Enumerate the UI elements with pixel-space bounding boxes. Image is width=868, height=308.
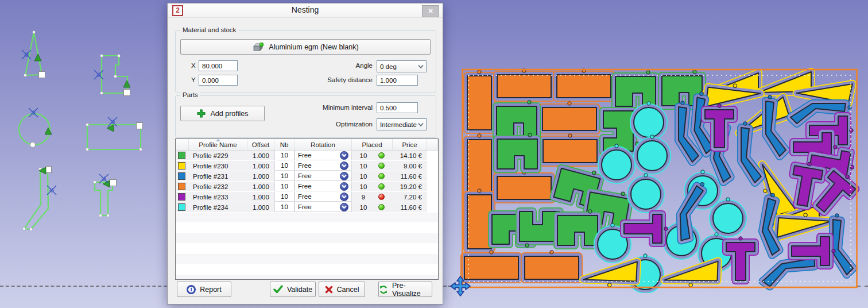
- rotation-dropdown-button[interactable]: [340, 151, 348, 160]
- step-profile[interactable]: [94, 55, 130, 96]
- profile-table-row[interactable]: Profile #2311.00010Free1011.60 €: [176, 171, 438, 182]
- nb-cell[interactable]: 10: [274, 182, 294, 191]
- profile-table-row[interactable]: Profile #2321.00010Free1019.20 €: [176, 182, 438, 192]
- optimization-select[interactable]: Intermediate: [377, 118, 427, 130]
- rotation-dropdown-button[interactable]: [340, 172, 348, 180]
- nested-part-orange[interactable]: [543, 134, 597, 163]
- nesting-canvas[interactable]: [456, 63, 864, 293]
- angle-select[interactable]: 0 deg: [377, 60, 427, 72]
- material-button[interactable]: Aluminium egm (New blank): [180, 39, 431, 55]
- rotation-cell[interactable]: Free: [294, 182, 352, 191]
- end-handle[interactable]: [39, 72, 45, 78]
- minimum-interval-field[interactable]: 0.500: [377, 102, 418, 113]
- profile-table-row[interactable]: Profile #2291.00010Free1014.10 €: [176, 151, 438, 161]
- nested-part-orange[interactable]: [464, 251, 518, 279]
- header-profile-name[interactable]: Profile Name: [189, 139, 247, 150]
- end-handle[interactable]: [110, 180, 117, 186]
- previsualize-button[interactable]: Pre-Visualize: [378, 282, 432, 297]
- triangle-profile[interactable]: [22, 31, 45, 78]
- profiles-canvas[interactable]: [0, 0, 166, 308]
- nested-part-green[interactable]: [497, 133, 537, 169]
- nested-part-orange[interactable]: [467, 134, 491, 194]
- nested-part-orange[interactable]: [542, 102, 596, 130]
- rotation-dropdown-button[interactable]: [340, 203, 348, 211]
- nb-cell[interactable]: 10: [274, 171, 294, 181]
- rotation-cell[interactable]: Free: [294, 171, 352, 181]
- profile-table-row[interactable]: Profile #2301.00010Free109.00 €: [176, 161, 438, 171]
- previsualize-label: Pre-Visualize: [392, 282, 432, 298]
- nesting-dialog: 2 Nesting ✕ Material and stock Aluminium…: [167, 3, 443, 305]
- rect-profile[interactable]: [86, 117, 143, 151]
- entry-point-dot: [681, 101, 684, 105]
- profile-table-row[interactable]: Profile #2331.00010Free97.20 €: [176, 192, 438, 202]
- header-placed[interactable]: Placed: [352, 139, 393, 150]
- nested-part-cyan[interactable]: [637, 135, 667, 171]
- nested-part-green[interactable]: [557, 210, 598, 245]
- entry-point-dot: [478, 70, 481, 74]
- nested-part-cyan[interactable]: [713, 198, 743, 233]
- rotation-dropdown-button[interactable]: [340, 192, 348, 201]
- nested-part-blue[interactable]: [760, 257, 824, 288]
- entry-point-dot: [478, 189, 481, 192]
- end-handle[interactable]: [124, 90, 130, 96]
- header-swatch[interactable]: [176, 139, 189, 150]
- move-cross-icon[interactable]: [449, 275, 472, 298]
- rotation-dropdown-button[interactable]: [340, 182, 348, 191]
- empty-table-row: [176, 223, 438, 233]
- nested-part-orange[interactable]: [467, 189, 491, 249]
- safety-distance-field[interactable]: 1.000: [377, 75, 418, 86]
- header-nb[interactable]: Nb: [274, 139, 294, 150]
- nested-part-orange[interactable]: [525, 251, 579, 279]
- start-handle[interactable]: [30, 143, 36, 148]
- entry-point-dot: [807, 162, 811, 166]
- y-field[interactable]: 0.000: [199, 75, 238, 86]
- cancel-button[interactable]: Cancel: [319, 282, 365, 297]
- nested-part-orange[interactable]: [557, 69, 611, 98]
- stick-profile[interactable]: [23, 167, 56, 231]
- nb-cell[interactable]: 10: [274, 202, 294, 212]
- dialog-titlebar[interactable]: 2 Nesting ✕: [168, 3, 443, 18]
- nb-cell[interactable]: 10: [274, 161, 294, 171]
- filler-cell: [427, 161, 438, 171]
- entry-point-dot: [715, 233, 718, 236]
- rotation-cell[interactable]: Free: [294, 161, 352, 171]
- direction-arrow-icon: [34, 54, 41, 61]
- table-header-row[interactable]: Profile Name Offset Nb Rotation Placed P…: [176, 139, 438, 151]
- header-price[interactable]: Price: [393, 139, 427, 150]
- t-profile[interactable]: [94, 174, 117, 217]
- rotation-cell[interactable]: Free: [294, 192, 352, 202]
- header-rotation[interactable]: Rotation: [294, 139, 352, 150]
- nested-part-blue[interactable]: [741, 122, 761, 183]
- rotation-dropdown-button[interactable]: [340, 161, 348, 170]
- nested-part-yellow[interactable]: [583, 259, 637, 288]
- circle-profile[interactable]: [19, 108, 52, 148]
- cross-icon: [325, 286, 333, 294]
- nb-cell[interactable]: 10: [274, 192, 294, 202]
- nested-part-green[interactable]: [615, 71, 656, 106]
- nested-part-orange[interactable]: [467, 70, 491, 130]
- profiles-table[interactable]: Profile Name Offset Nb Rotation Placed P…: [175, 138, 439, 280]
- close-icon[interactable]: ✕: [422, 5, 439, 17]
- report-button[interactable]: i Report: [177, 282, 231, 297]
- placed-cell: 10: [352, 161, 393, 171]
- x-field[interactable]: 80.000: [199, 60, 238, 71]
- nb-cell[interactable]: 10: [274, 151, 294, 160]
- nested-part-blue[interactable]: [833, 214, 853, 275]
- nested-part-cyan[interactable]: [631, 174, 661, 209]
- nested-part-cyan[interactable]: [634, 102, 664, 137]
- placed-count: 10: [352, 183, 375, 190]
- nested-part-cyan[interactable]: [602, 144, 631, 180]
- end-handle[interactable]: [137, 123, 143, 129]
- header-offset[interactable]: Offset: [247, 139, 274, 150]
- entry-point-dot: [646, 71, 650, 74]
- nested-part-yellow[interactable]: [664, 259, 718, 287]
- rotation-cell[interactable]: Free: [294, 151, 352, 160]
- nested-part-orange[interactable]: [497, 171, 551, 199]
- material-box-icon: [252, 43, 265, 52]
- rotation-cell[interactable]: Free: [294, 202, 352, 212]
- nested-part-green[interactable]: [497, 101, 537, 136]
- nested-part-orange[interactable]: [497, 69, 551, 98]
- validate-button[interactable]: Validate: [270, 282, 316, 297]
- add-profiles-button[interactable]: Add profiles: [180, 106, 265, 121]
- profile-table-row[interactable]: Profile #2341.00010Free1011.60 €: [176, 202, 438, 213]
